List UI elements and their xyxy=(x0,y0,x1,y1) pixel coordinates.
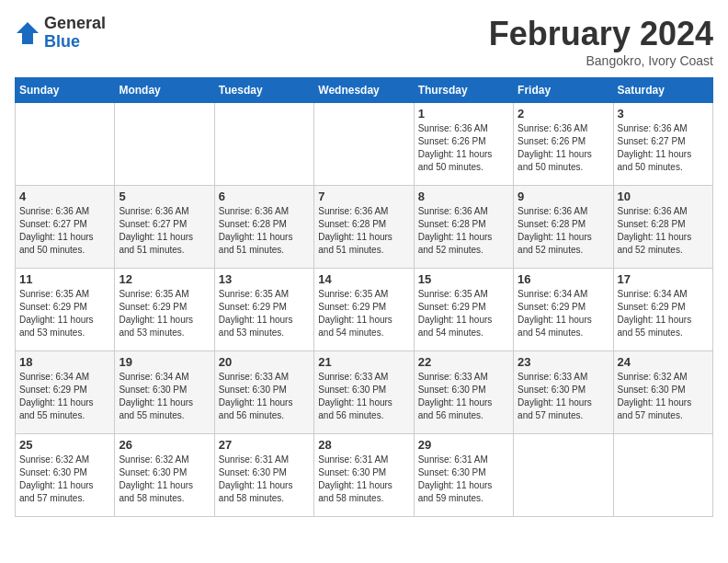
calendar-cell: 18Sunrise: 6:34 AM Sunset: 6:29 PM Dayli… xyxy=(16,351,115,434)
day-number: 13 xyxy=(219,272,310,286)
calendar-cell xyxy=(214,103,313,186)
day-number: 19 xyxy=(119,355,210,369)
day-info: Sunrise: 6:36 AM Sunset: 6:27 PM Dayligh… xyxy=(19,205,110,257)
day-number: 27 xyxy=(219,438,310,452)
day-header-wednesday: Wednesday xyxy=(314,78,414,103)
day-info: Sunrise: 6:34 AM Sunset: 6:29 PM Dayligh… xyxy=(518,288,609,339)
calendar-cell: 22Sunrise: 6:33 AM Sunset: 6:30 PM Dayli… xyxy=(414,351,513,434)
calendar-header-row: SundayMondayTuesdayWednesdayThursdayFrid… xyxy=(16,78,713,103)
logo-general-text: General xyxy=(44,15,106,33)
day-header-saturday: Saturday xyxy=(613,78,712,103)
calendar-cell: 29Sunrise: 6:31 AM Sunset: 6:30 PM Dayli… xyxy=(414,434,513,517)
day-number: 14 xyxy=(318,272,409,286)
calendar-cell: 15Sunrise: 6:35 AM Sunset: 6:29 PM Dayli… xyxy=(414,269,513,351)
day-number: 1 xyxy=(418,107,509,121)
day-info: Sunrise: 6:33 AM Sunset: 6:30 PM Dayligh… xyxy=(318,371,409,422)
day-info: Sunrise: 6:35 AM Sunset: 6:29 PM Dayligh… xyxy=(418,288,509,339)
day-number: 20 xyxy=(219,355,310,369)
day-info: Sunrise: 6:32 AM Sunset: 6:30 PM Dayligh… xyxy=(618,371,709,422)
calendar-cell: 7Sunrise: 6:36 AM Sunset: 6:28 PM Daylig… xyxy=(314,186,414,269)
day-number: 22 xyxy=(418,355,509,369)
day-info: Sunrise: 6:34 AM Sunset: 6:30 PM Dayligh… xyxy=(119,371,210,422)
day-info: Sunrise: 6:33 AM Sunset: 6:30 PM Dayligh… xyxy=(518,371,609,422)
month-title: February 2024 xyxy=(489,15,713,53)
calendar-cell: 17Sunrise: 6:34 AM Sunset: 6:29 PM Dayli… xyxy=(613,269,712,351)
day-number: 7 xyxy=(318,190,409,203)
calendar-cell: 23Sunrise: 6:33 AM Sunset: 6:30 PM Dayli… xyxy=(514,351,613,434)
day-number: 12 xyxy=(119,272,210,286)
calendar-cell: 11Sunrise: 6:35 AM Sunset: 6:29 PM Dayli… xyxy=(16,269,115,351)
day-info: Sunrise: 6:36 AM Sunset: 6:28 PM Dayligh… xyxy=(418,205,509,257)
day-info: Sunrise: 6:31 AM Sunset: 6:30 PM Dayligh… xyxy=(418,454,509,505)
day-number: 25 xyxy=(19,438,110,452)
day-number: 8 xyxy=(418,190,509,203)
calendar-week-row: 1Sunrise: 6:36 AM Sunset: 6:26 PM Daylig… xyxy=(16,103,713,186)
day-number: 3 xyxy=(618,107,709,121)
day-info: Sunrise: 6:36 AM Sunset: 6:26 PM Dayligh… xyxy=(418,122,509,174)
calendar-cell: 19Sunrise: 6:34 AM Sunset: 6:30 PM Dayli… xyxy=(115,351,214,434)
calendar-cell xyxy=(115,103,214,186)
calendar-cell: 1Sunrise: 6:36 AM Sunset: 6:26 PM Daylig… xyxy=(414,103,513,186)
calendar-cell xyxy=(314,103,414,186)
day-header-tuesday: Tuesday xyxy=(214,78,313,103)
calendar-cell: 3Sunrise: 6:36 AM Sunset: 6:27 PM Daylig… xyxy=(613,103,712,186)
day-number: 11 xyxy=(19,272,110,286)
day-number: 5 xyxy=(119,190,210,203)
day-number: 15 xyxy=(418,272,509,286)
day-number: 23 xyxy=(518,355,609,369)
day-info: Sunrise: 6:36 AM Sunset: 6:26 PM Dayligh… xyxy=(518,122,609,174)
day-info: Sunrise: 6:35 AM Sunset: 6:29 PM Dayligh… xyxy=(19,288,110,339)
calendar-cell: 27Sunrise: 6:31 AM Sunset: 6:30 PM Dayli… xyxy=(214,434,313,517)
day-info: Sunrise: 6:33 AM Sunset: 6:30 PM Dayligh… xyxy=(219,371,310,422)
day-number: 17 xyxy=(618,272,709,286)
day-header-monday: Monday xyxy=(115,78,214,103)
calendar-table: SundayMondayTuesdayWednesdayThursdayFrid… xyxy=(15,77,713,517)
day-info: Sunrise: 6:32 AM Sunset: 6:30 PM Dayligh… xyxy=(19,454,110,505)
day-number: 16 xyxy=(518,272,609,286)
calendar-cell: 16Sunrise: 6:34 AM Sunset: 6:29 PM Dayli… xyxy=(514,269,613,351)
calendar-week-row: 4Sunrise: 6:36 AM Sunset: 6:27 PM Daylig… xyxy=(16,186,713,269)
title-area: February 2024 Bangokro, Ivory Coast xyxy=(489,15,713,68)
logo-text: General Blue xyxy=(44,15,106,52)
calendar-cell: 10Sunrise: 6:36 AM Sunset: 6:28 PM Dayli… xyxy=(613,186,712,269)
day-info: Sunrise: 6:36 AM Sunset: 6:28 PM Dayligh… xyxy=(219,205,310,257)
day-number: 26 xyxy=(119,438,210,452)
day-info: Sunrise: 6:34 AM Sunset: 6:29 PM Dayligh… xyxy=(618,288,709,339)
day-info: Sunrise: 6:36 AM Sunset: 6:28 PM Dayligh… xyxy=(518,205,609,257)
day-header-thursday: Thursday xyxy=(414,78,513,103)
day-number: 24 xyxy=(618,355,709,369)
day-info: Sunrise: 6:31 AM Sunset: 6:30 PM Dayligh… xyxy=(219,454,310,505)
calendar-cell: 4Sunrise: 6:36 AM Sunset: 6:27 PM Daylig… xyxy=(16,186,115,269)
day-info: Sunrise: 6:35 AM Sunset: 6:29 PM Dayligh… xyxy=(219,288,310,339)
day-number: 6 xyxy=(219,190,310,203)
calendar-week-row: 11Sunrise: 6:35 AM Sunset: 6:29 PM Dayli… xyxy=(16,269,713,351)
logo-blue-text: Blue xyxy=(44,33,106,52)
day-number: 9 xyxy=(518,190,609,203)
day-number: 10 xyxy=(618,190,709,203)
logo-icon xyxy=(15,20,40,46)
day-info: Sunrise: 6:32 AM Sunset: 6:30 PM Dayligh… xyxy=(119,454,210,505)
calendar-cell: 5Sunrise: 6:36 AM Sunset: 6:27 PM Daylig… xyxy=(115,186,214,269)
day-info: Sunrise: 6:36 AM Sunset: 6:28 PM Dayligh… xyxy=(318,205,409,257)
calendar-cell: 2Sunrise: 6:36 AM Sunset: 6:26 PM Daylig… xyxy=(514,103,613,186)
day-info: Sunrise: 6:36 AM Sunset: 6:27 PM Dayligh… xyxy=(119,205,210,257)
calendar-cell: 12Sunrise: 6:35 AM Sunset: 6:29 PM Dayli… xyxy=(115,269,214,351)
calendar-cell: 20Sunrise: 6:33 AM Sunset: 6:30 PM Dayli… xyxy=(214,351,313,434)
day-info: Sunrise: 6:36 AM Sunset: 6:27 PM Dayligh… xyxy=(618,122,709,174)
calendar-cell: 8Sunrise: 6:36 AM Sunset: 6:28 PM Daylig… xyxy=(414,186,513,269)
day-number: 18 xyxy=(19,355,110,369)
day-info: Sunrise: 6:33 AM Sunset: 6:30 PM Dayligh… xyxy=(418,371,509,422)
calendar-cell xyxy=(16,103,115,186)
day-info: Sunrise: 6:36 AM Sunset: 6:28 PM Dayligh… xyxy=(618,205,709,257)
svg-marker-0 xyxy=(17,22,39,44)
calendar-week-row: 25Sunrise: 6:32 AM Sunset: 6:30 PM Dayli… xyxy=(16,434,713,517)
calendar-cell: 26Sunrise: 6:32 AM Sunset: 6:30 PM Dayli… xyxy=(115,434,214,517)
calendar-cell: 6Sunrise: 6:36 AM Sunset: 6:28 PM Daylig… xyxy=(214,186,313,269)
day-number: 29 xyxy=(418,438,509,452)
calendar-week-row: 18Sunrise: 6:34 AM Sunset: 6:29 PM Dayli… xyxy=(16,351,713,434)
day-info: Sunrise: 6:35 AM Sunset: 6:29 PM Dayligh… xyxy=(318,288,409,339)
calendar-cell xyxy=(514,434,613,517)
calendar-cell: 14Sunrise: 6:35 AM Sunset: 6:29 PM Dayli… xyxy=(314,269,414,351)
day-header-sunday: Sunday xyxy=(16,78,115,103)
calendar-cell: 13Sunrise: 6:35 AM Sunset: 6:29 PM Dayli… xyxy=(214,269,313,351)
